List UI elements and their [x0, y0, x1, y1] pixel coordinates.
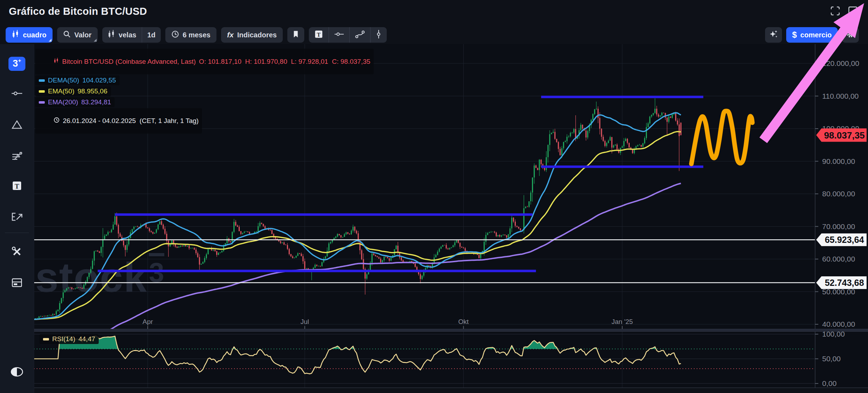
trade-button[interactable]: $ comercio — [786, 27, 838, 43]
left-sidebar: 3 + — [0, 44, 34, 393]
rsi-label: RSI(14) — [52, 335, 75, 343]
rsi-value: 44,47 — [78, 335, 95, 343]
ai-assistant-button[interactable] — [765, 27, 782, 43]
vertical-line-icon — [376, 30, 381, 41]
sidebar-item-shapes-tool[interactable] — [11, 119, 23, 132]
ema200-label: EMA(200) — [48, 98, 78, 106]
fullscreen-icon[interactable] — [830, 6, 841, 16]
ema200-value: 83.294,81 — [81, 98, 111, 106]
triangle-icon — [11, 119, 23, 132]
interval-button[interactable]: 1d — [142, 27, 161, 43]
ema200-legend-row[interactable]: EMA(200) 83.294,81 — [35, 97, 115, 107]
clock-icon — [171, 30, 179, 40]
ema50-value: 98.955,06 — [78, 87, 108, 95]
settings-button[interactable] — [842, 27, 859, 43]
sidebar-item-layout[interactable] — [11, 277, 23, 289]
ema50-label: EMA(50) — [48, 87, 74, 95]
sidebar-item-stock3-logo[interactable]: 3 + — [8, 57, 25, 71]
rsi-legend: RSI(14) 44,47 — [39, 334, 99, 344]
contrast-icon — [11, 367, 23, 379]
sidebar-divider — [5, 233, 29, 233]
logo-plus-glyph: + — [18, 57, 21, 65]
candle-interval-group: velas 1d — [102, 27, 161, 43]
corner-fold — [49, 39, 51, 42]
trade-label: comercio — [800, 31, 832, 39]
symbol-legend-title: Bitcoin BTC/USD (Coinbase Advanced, Last… — [62, 58, 196, 66]
stock3-watermark: stock3 — [35, 257, 164, 298]
date-range-text: 26.01.2024 - 04.02.2025 (CET, 1 Jahr, 1 … — [63, 117, 198, 125]
dema-swatch — [39, 79, 45, 82]
pane-separator[interactable] — [34, 329, 868, 332]
ema50-swatch — [39, 90, 45, 93]
curve-tool-button[interactable] — [349, 27, 370, 43]
vertical-line-tool-button[interactable] — [370, 27, 387, 43]
ema200-swatch — [39, 101, 45, 104]
curve-tool-icon — [355, 30, 365, 41]
bookmark-button[interactable] — [287, 27, 304, 43]
dema-value: 104.029,55 — [82, 76, 116, 84]
indicator-legend: Bitcoin BTC/USD (Coinbase Advanced, Last… — [35, 49, 374, 134]
fx-icon: fx — [227, 31, 234, 39]
symbol-legend-row[interactable]: Bitcoin BTC/USD (Coinbase Advanced, Last… — [35, 49, 374, 74]
crossed-tools-icon — [11, 246, 23, 259]
trendline-icon — [11, 87, 23, 101]
horizontal-line-icon — [334, 30, 344, 40]
sidebar-item-theme-toggle[interactable] — [11, 367, 23, 379]
logo-glyph: 3 — [13, 57, 18, 70]
chart-type-label: cuadro — [23, 31, 47, 39]
dema-legend-row[interactable]: DEMA(50) 104.029,55 — [35, 75, 120, 85]
search-icon — [63, 30, 71, 40]
symbol-legend-ohlc: O: 101.817,10 H: 101.970,80 L: 97.928,01… — [199, 58, 370, 66]
symbol-search-label: Valor — [74, 31, 92, 39]
candlestick-icon — [39, 50, 59, 73]
drawing-tools-group: T — [309, 27, 387, 43]
bookmark-icon — [292, 30, 300, 40]
corner-fold — [94, 39, 97, 42]
candlestick-icon — [108, 30, 115, 40]
indicators-label: Indicadores — [237, 31, 277, 39]
clock-icon — [39, 109, 60, 133]
forecast-icon — [11, 211, 23, 224]
header-bar: Gráfico de Bitcoin BTC/USD — [0, 0, 868, 24]
sidebar-item-trendline-tool[interactable] — [11, 87, 23, 101]
ema50-legend-row[interactable]: EMA(50) 98.955,06 — [35, 86, 111, 96]
text-tool-button[interactable]: T — [309, 27, 329, 43]
svg-text:T: T — [317, 31, 321, 37]
pattern-lines-icon — [11, 149, 23, 163]
svg-text:T: T — [15, 183, 19, 190]
dema-label: DEMA(50) — [48, 76, 79, 84]
horizontal-line-tool-button[interactable] — [329, 27, 349, 43]
text-tool-icon: T — [11, 180, 23, 193]
page-title: Gráfico de Bitcoin BTC/USD — [9, 6, 147, 17]
sidebar-item-tools[interactable] — [11, 246, 23, 259]
chart-application: Gráfico de Bitcoin BTC/USD — [0, 0, 868, 393]
watermark-sup: 3 — [149, 253, 164, 288]
interval-label: 1d — [147, 31, 155, 39]
sidebar-item-pattern-tool[interactable] — [11, 149, 23, 163]
date-range-row[interactable]: 26.01.2024 - 04.02.2025 (CET, 1 Jahr, 1 … — [35, 108, 202, 134]
watermark-word: stock — [35, 254, 147, 301]
date-range-label: 6 meses — [183, 31, 210, 39]
candle-style-label: velas — [119, 31, 136, 39]
symbol-search-button[interactable]: Valor — [57, 27, 98, 43]
screenshot-icon[interactable] — [848, 6, 858, 16]
layout-panels-icon — [11, 277, 23, 289]
indicators-button[interactable]: fx Indicadores — [221, 27, 283, 43]
bottom-axis-strip — [34, 388, 868, 393]
dollar-icon: $ — [792, 30, 797, 40]
gear-icon — [846, 30, 855, 41]
date-range-button[interactable]: 6 meses — [165, 27, 216, 43]
stock3-logo[interactable]: 3 + — [8, 57, 25, 71]
chart-toolbar: cuadro Valor — [0, 24, 868, 44]
chart-type-button[interactable]: cuadro — [6, 27, 53, 43]
sidebar-item-forecast-tool[interactable] — [11, 211, 23, 224]
candlestick-icon — [12, 30, 19, 40]
candle-style-button[interactable]: velas — [102, 27, 142, 43]
rsi-swatch — [43, 338, 49, 340]
rsi-legend-row[interactable]: RSI(14) 44,47 — [39, 334, 99, 344]
text-tool-icon: T — [314, 30, 323, 41]
sparkles-icon — [769, 30, 778, 41]
sidebar-item-text-tool[interactable]: T — [11, 180, 23, 193]
